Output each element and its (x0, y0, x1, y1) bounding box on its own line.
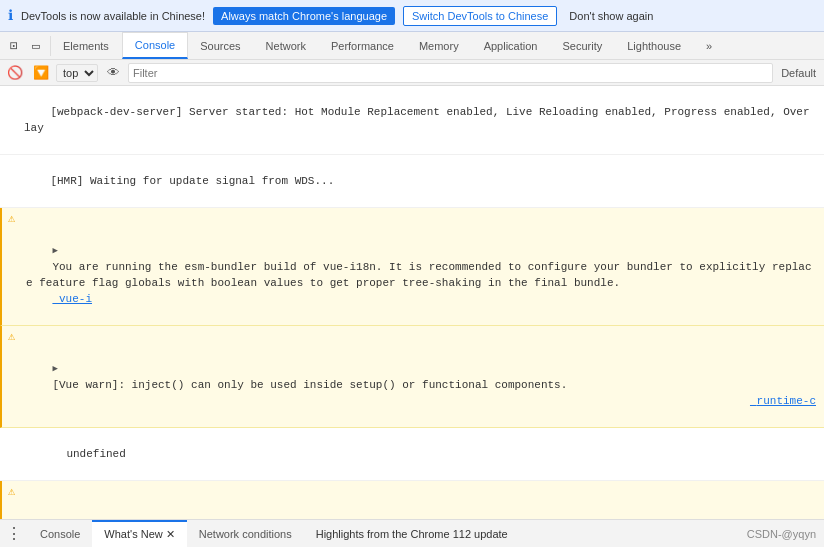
bottom-tabs: Console What's New ✕ Network conditions (28, 520, 304, 547)
filter-toggle-button[interactable]: 🔽 (30, 63, 52, 83)
inspect-icon[interactable]: ⊡ (4, 36, 24, 56)
console-toolbar: 🚫 🔽 top 👁 Default (0, 60, 824, 86)
match-language-button[interactable]: Always match Chrome's language (213, 7, 395, 25)
clear-console-button[interactable]: 🚫 (4, 63, 26, 83)
warning-icon: ⚠ (8, 484, 15, 500)
log-link[interactable]: vue-i (52, 293, 92, 305)
tab-elements[interactable]: Elements (51, 32, 122, 59)
default-level-button[interactable]: Default (777, 67, 820, 79)
tab-application[interactable]: Application (472, 32, 551, 59)
dont-show-button[interactable]: Don't show again (565, 7, 657, 25)
tab-network[interactable]: Network (254, 32, 319, 59)
tab-performance[interactable]: Performance (319, 32, 407, 59)
log-text: You are running the esm-bundler build of… (26, 261, 812, 289)
info-message: DevTools is now available in Chinese! (21, 10, 205, 22)
log-entry: [HMR] Waiting for update signal from WDS… (0, 155, 824, 208)
triangle-icon: ▶ (52, 364, 57, 374)
switch-language-button[interactable]: Switch DevTools to Chinese (403, 6, 557, 26)
log-text: [HMR] Waiting for update signal from WDS… (50, 175, 334, 187)
bottom-dots[interactable]: ⋮ (0, 524, 28, 544)
log-undefined: undefined (0, 428, 824, 481)
watermark: CSDN-@yqyn (747, 528, 824, 540)
info-icon: ℹ (8, 7, 13, 24)
device-icon[interactable]: ▭ (26, 36, 46, 56)
bottom-tab-network-conditions[interactable]: Network conditions (187, 520, 304, 547)
triangle-icon: ▶ (52, 246, 57, 256)
tab-memory[interactable]: Memory (407, 32, 472, 59)
top-tabs: ⊡ ▭ Elements Console Sources Network Per… (0, 32, 824, 60)
tab-console[interactable]: Console (122, 32, 188, 59)
tab-more[interactable]: » (694, 32, 725, 59)
log-entry-warning: ⚠ ▶ [Vue warn]: Unhandled error during e… (0, 481, 824, 519)
tab-sources[interactable]: Sources (188, 32, 253, 59)
console-output: [webpack-dev-server] Server started: Hot… (0, 86, 824, 519)
toolbar-icons: ⊡ ▭ (0, 36, 51, 56)
log-entry: [webpack-dev-server] Server started: Hot… (0, 86, 824, 155)
info-bar: ℹ DevTools is now available in Chinese! … (0, 0, 824, 32)
level-select[interactable]: top (56, 64, 98, 82)
tab-security[interactable]: Security (550, 32, 615, 59)
log-entry-warning: ⚠ ▶ You are running the esm-bundler buil… (0, 208, 824, 326)
warning-icon: ⚠ (8, 211, 15, 227)
filter-input[interactable] (128, 63, 773, 83)
warning-icon: ⚠ (8, 329, 15, 345)
tab-lighthouse[interactable]: Lighthouse (615, 32, 694, 59)
log-text: [Vue warn]: inject() can only be used in… (52, 379, 567, 391)
log-link[interactable]: runtime-c (750, 393, 816, 409)
log-entry-warning: ⚠ ▶ [Vue warn]: inject() can only be use… (0, 326, 824, 428)
log-text: [webpack-dev-server] Server started: Hot… (24, 106, 810, 134)
bottom-bar: ⋮ Console What's New ✕ Network condition… (0, 519, 824, 547)
log-text: undefined (66, 448, 125, 460)
bottom-tab-console[interactable]: Console (28, 520, 92, 547)
eye-button[interactable]: 👁 (102, 63, 124, 83)
bottom-tab-whatsnew[interactable]: What's New ✕ (92, 520, 186, 547)
bottom-info: Highlights from the Chrome 112 update (304, 528, 520, 540)
